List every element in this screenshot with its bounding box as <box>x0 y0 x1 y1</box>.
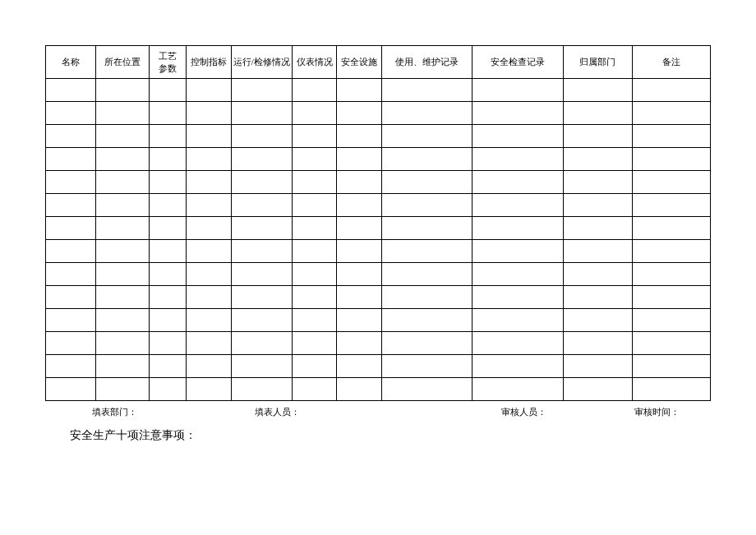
table-row <box>46 240 711 263</box>
table-row <box>46 378 711 401</box>
table-cell <box>231 194 292 217</box>
table-cell <box>381 263 472 286</box>
footer-reviewer-label: 审核人员： <box>501 406 546 418</box>
footer-review-time-label: 审核时间： <box>634 406 680 418</box>
table-cell <box>381 171 472 194</box>
table-cell <box>95 194 150 217</box>
table-cell <box>564 286 633 309</box>
table-cell <box>564 171 633 194</box>
table-cell <box>381 125 472 148</box>
table-cell <box>46 79 96 102</box>
table-cell <box>564 125 633 148</box>
table-cell <box>46 286 96 309</box>
table-cell <box>632 194 710 217</box>
table-cell <box>187 171 231 194</box>
table-cell <box>46 309 96 332</box>
col-process-param: 工艺 参数 <box>150 46 187 79</box>
table-cell <box>381 148 472 171</box>
table-cell <box>150 263 187 286</box>
table-cell <box>231 148 292 171</box>
table-cell <box>337 148 381 171</box>
col-remark: 备注 <box>632 46 710 79</box>
col-safety-check-record: 安全检查记录 <box>472 46 564 79</box>
table-cell <box>46 148 96 171</box>
table-cell <box>564 217 633 240</box>
table-cell <box>95 240 150 263</box>
table-cell <box>564 148 633 171</box>
table-cell <box>187 286 231 309</box>
table-cell <box>95 148 150 171</box>
table-cell <box>564 79 633 102</box>
table-cell <box>337 355 381 378</box>
table-cell <box>472 148 564 171</box>
table-cell <box>292 79 336 102</box>
col-owning-dept: 归属部门 <box>564 46 633 79</box>
table-cell <box>472 263 564 286</box>
table-cell <box>231 309 292 332</box>
table-cell <box>472 102 564 125</box>
table-cell <box>150 240 187 263</box>
table-cell <box>231 217 292 240</box>
table-cell <box>187 102 231 125</box>
table-row <box>46 194 711 217</box>
table-cell <box>187 217 231 240</box>
footer-filler-label: 填表人员： <box>255 406 300 418</box>
table-cell <box>231 286 292 309</box>
table-cell <box>231 171 292 194</box>
table-cell <box>46 378 96 401</box>
table-cell <box>632 286 710 309</box>
table-cell <box>381 79 472 102</box>
table-cell <box>46 194 96 217</box>
col-name: 名称 <box>46 46 96 79</box>
footer-row: 填表部门： 填表人员： 审核人员： 审核时间： <box>45 401 711 418</box>
table-cell <box>95 102 150 125</box>
table-cell <box>381 309 472 332</box>
table-cell <box>337 332 381 355</box>
main-table: 名称 所在位置 工艺 参数 控制指标 运行/检修情况 仪表情况 安全设施 使用、… <box>45 45 711 401</box>
table-cell <box>187 378 231 401</box>
table-cell <box>46 240 96 263</box>
table-cell <box>632 79 710 102</box>
table-cell <box>381 102 472 125</box>
table-cell <box>46 263 96 286</box>
col-control-index: 控制指标 <box>187 46 231 79</box>
table-cell <box>150 102 187 125</box>
table-cell <box>95 125 150 148</box>
table-cell <box>150 309 187 332</box>
table-cell <box>95 355 150 378</box>
table-cell <box>46 217 96 240</box>
table-cell <box>231 79 292 102</box>
table-cell <box>632 309 710 332</box>
table-cell <box>95 217 150 240</box>
table-cell <box>46 102 96 125</box>
col-use-maintain-record: 使用、维护记录 <box>381 46 472 79</box>
table-cell <box>564 355 633 378</box>
table-cell <box>472 171 564 194</box>
table-cell <box>564 194 633 217</box>
table-cell <box>632 125 710 148</box>
table-cell <box>150 125 187 148</box>
table-cell <box>95 263 150 286</box>
table-row <box>46 102 711 125</box>
table-cell <box>150 79 187 102</box>
table-cell <box>187 355 231 378</box>
footer-filler: 填表人员： <box>255 406 501 418</box>
table-cell <box>292 309 336 332</box>
table-cell <box>187 240 231 263</box>
table-cell <box>95 309 150 332</box>
table-cell <box>231 332 292 355</box>
table-cell <box>632 217 710 240</box>
table-body <box>46 79 711 401</box>
table-cell <box>95 286 150 309</box>
table-row <box>46 332 711 355</box>
table-cell <box>187 79 231 102</box>
table-cell <box>150 332 187 355</box>
table-cell <box>564 309 633 332</box>
table-row <box>46 171 711 194</box>
col-instrument: 仪表情况 <box>292 46 336 79</box>
table-cell <box>337 240 381 263</box>
table-cell <box>337 125 381 148</box>
table-cell <box>381 240 472 263</box>
table-cell <box>46 171 96 194</box>
table-cell <box>46 355 96 378</box>
